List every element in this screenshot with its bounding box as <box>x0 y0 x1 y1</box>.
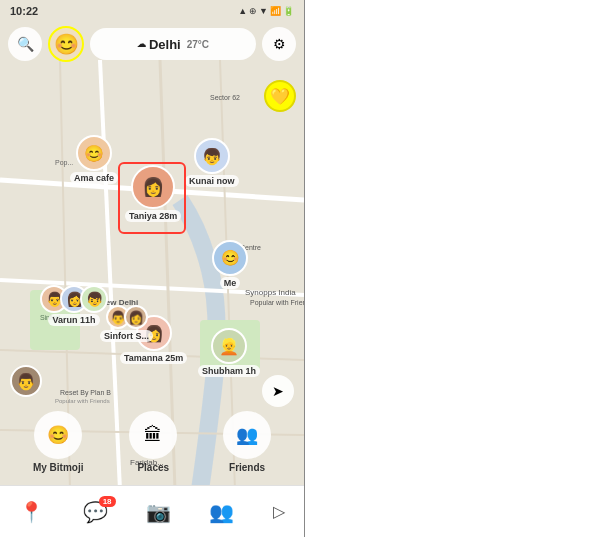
left-panel: Sinfort Pop... New Delhi Sector 62 Reset… <box>0 0 304 537</box>
floating-badge-left[interactable]: 💛 <box>264 80 296 112</box>
time-left: 10:22 <box>10 5 38 17</box>
user-avatar-left[interactable]: 😊 <box>48 26 84 62</box>
status-bar-left: 10:22 ▲⊕▼📶🔋 <box>0 0 304 22</box>
svg-text:Popular with Friends: Popular with Friends <box>250 299 304 307</box>
location-arrow-left[interactable]: ➤ <box>262 375 294 407</box>
my-bitmoji-button[interactable]: 😊 My Bitmoji <box>33 411 84 473</box>
nav-camera-left[interactable]: 📷 <box>146 500 171 524</box>
places-button[interactable]: 🏛 Places <box>129 411 177 473</box>
nav-friends-left[interactable]: 👥 <box>209 500 234 524</box>
pin-me[interactable]: 😊 Me <box>212 240 248 289</box>
pin-dark-bottom[interactable]: 👨 <box>10 365 42 397</box>
pin-ama-cafe[interactable]: 😊 Ama cafe <box>70 135 118 184</box>
bottom-nav-left: 📍 💬 18 📷 👥 ▷ <box>0 485 304 537</box>
pin-sinfort-group[interactable]: 👨 👩 Sinfort S... <box>100 305 153 342</box>
nav-stories-left[interactable]: ▷ <box>273 502 285 521</box>
pin-group-left[interactable]: 👨 👩 👦 Varun 11h <box>40 285 108 326</box>
svg-text:Reset By Plan B: Reset By Plan B <box>60 389 111 397</box>
pin-kunai[interactable]: 👦 Kunai now <box>185 138 239 187</box>
svg-text:Synopps India: Synopps India <box>245 288 296 297</box>
friends-button[interactable]: 👥 Friends <box>223 411 271 473</box>
svg-text:Sector 62: Sector 62 <box>210 94 240 101</box>
top-bar-left: 🔍 😊 ☁ Delhi 27°C ⚙ <box>0 22 304 66</box>
pin-shubham[interactable]: 👱 Shubham 1h <box>198 328 260 377</box>
panel-divider <box>304 0 305 537</box>
status-icons-left: ▲⊕▼📶🔋 <box>238 6 294 16</box>
svg-text:Popular with Friends: Popular with Friends <box>55 398 110 404</box>
taniya-highlight-left <box>118 162 186 234</box>
nav-chat-left[interactable]: 💬 18 <box>83 500 108 524</box>
search-button-left[interactable]: 🔍 <box>8 27 42 61</box>
bottom-buttons-left: 😊 My Bitmoji 🏛 Places 👥 Friends <box>0 407 304 477</box>
nav-map-left[interactable]: 📍 <box>19 500 44 524</box>
city-label-left[interactable]: ☁ Delhi 27°C <box>90 28 256 60</box>
settings-button-left[interactable]: ⚙ <box>262 27 296 61</box>
